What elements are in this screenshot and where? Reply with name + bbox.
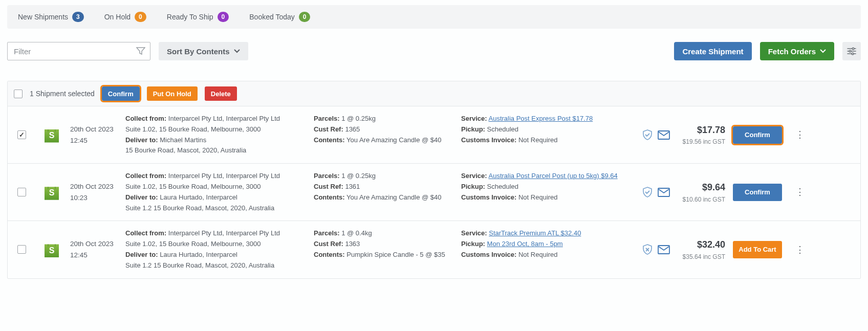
customs-value: Not Required — [518, 193, 558, 201]
price-value: $17.78 — [697, 123, 725, 138]
filter-icon[interactable] — [136, 47, 145, 55]
shield-check-icon[interactable] — [642, 187, 653, 198]
filter-wrap — [7, 42, 150, 60]
tab-count-badge: 0 — [299, 12, 311, 22]
more-menu-icon[interactable]: ⋮ — [790, 114, 810, 156]
bulk-delete-button[interactable]: Delete — [205, 86, 237, 101]
shopify-icon — [45, 185, 59, 200]
filter-input[interactable] — [7, 42, 150, 60]
parcels-label: Parcels: — [314, 172, 340, 180]
shipments-panel: 1 Shipment selected Confirm Put On Hold … — [7, 81, 861, 279]
service-link[interactable]: StarTrack Premium ATL $32.40 — [489, 229, 581, 237]
tab-label: New Shipments — [18, 13, 68, 21]
parcels-value: 1 @ 0.25kg — [341, 115, 376, 122]
shopify-icon — [45, 242, 59, 257]
confirm-button[interactable]: Confirm — [733, 184, 782, 201]
price-value: $9.64 — [702, 180, 725, 195]
deliver-to-value: Michael Martins — [160, 136, 206, 144]
select-all-checkbox[interactable] — [14, 90, 23, 98]
tab-count-badge: 0 — [218, 12, 229, 22]
row-checkbox[interactable] — [17, 245, 26, 254]
tab-booked-today[interactable]: Booked Today 0 — [242, 5, 318, 29]
collect-from-label: Collect from: — [125, 229, 166, 237]
email-icon[interactable] — [658, 188, 670, 197]
shipment-row: 20th Oct 202312:45Collect from: Interpar… — [8, 106, 860, 164]
tab-on-hold[interactable]: On Hold 0 — [97, 5, 154, 29]
service-column: Service: Australia Post Express Post $17… — [461, 114, 625, 156]
fetch-orders-button[interactable]: Fetch Orders — [760, 42, 834, 60]
parcels-label: Parcels: — [314, 229, 340, 237]
deliver-to-value: Laura Hurtado, Interparcel — [160, 193, 237, 201]
service-link[interactable]: Australia Post Express Post $17.78 — [489, 115, 593, 122]
cust-ref-value: 1365 — [345, 125, 360, 133]
order-time: 10:23 — [70, 192, 121, 204]
sort-by-contents-button[interactable]: Sort By Contents — [159, 42, 248, 60]
collect-from-address: Suite 1.02, 15 Bourke Road, Melbourne, 3… — [125, 124, 310, 135]
order-time: 12:45 — [70, 250, 121, 261]
shield-check-icon[interactable] — [642, 129, 653, 141]
email-icon[interactable] — [658, 245, 670, 254]
pickup-label: Pickup: — [461, 183, 485, 190]
contents-label: Contents: — [314, 193, 345, 201]
cust-ref-label: Cust Ref: — [314, 125, 343, 133]
deliver-to-address: Suite 1.2 15 Bourke Road, Mascot, 2020, … — [125, 203, 310, 214]
shipment-row: 20th Oct 202312:45Collect from: Interpar… — [8, 221, 860, 278]
deliver-to-label: Deliver to: — [125, 136, 158, 144]
sliders-icon — [847, 47, 856, 55]
collect-from-label: Collect from: — [125, 172, 166, 180]
settings-button[interactable] — [842, 42, 861, 60]
create-shipment-button[interactable]: Create Shipment — [674, 42, 751, 60]
add-to-cart-button[interactable]: Add To Cart — [733, 241, 782, 258]
service-link[interactable]: Australia Post Parcel Post (up to 5kg) $… — [489, 172, 618, 180]
chevron-down-icon — [234, 49, 240, 53]
customs-value: Not Required — [518, 136, 558, 144]
cust-ref-value: 1361 — [345, 183, 360, 190]
service-column: Service: StarTrack Premium ATL $32.40Pic… — [461, 228, 625, 271]
pickup-value: Scheduled — [487, 183, 518, 190]
deliver-to-value: Laura Hurtado, Interparcel — [160, 251, 237, 258]
tab-ready-to-ship[interactable]: Ready To Ship 0 — [159, 5, 237, 29]
row-checkbox[interactable] — [17, 188, 26, 196]
collect-from-label: Collect from: — [125, 115, 166, 122]
shipment-row: 20th Oct 202310:23Collect from: Interpar… — [8, 164, 860, 221]
parcel-column: Parcels: 1 @ 0.4kgCust Ref: 1363Contents… — [314, 228, 457, 271]
tab-label: Ready To Ship — [167, 13, 213, 21]
service-label: Service: — [461, 229, 487, 237]
contents-label: Contents: — [314, 136, 345, 144]
address-column: Collect from: Interparcel Pty Ltd, Inter… — [125, 171, 310, 213]
more-menu-icon[interactable]: ⋮ — [790, 228, 810, 271]
bulk-hold-button[interactable]: Put On Hold — [147, 86, 198, 101]
status-tabs: New Shipments 3 On Hold 0 Ready To Ship … — [7, 5, 861, 29]
email-icon[interactable] — [658, 130, 670, 140]
cust-ref-label: Cust Ref: — [314, 183, 343, 190]
tab-new-shipments[interactable]: New Shipments 3 — [10, 5, 92, 29]
collect-from-address: Suite 1.02, 15 Bourke Road, Melbourne, 3… — [125, 182, 310, 192]
parcels-value: 1 @ 0.4kg — [341, 229, 372, 237]
confirm-button[interactable]: Confirm — [733, 126, 782, 144]
contents-value: You Are Amazing Candle @ $40 — [346, 193, 441, 201]
deliver-to-address: 15 Bourke Road, Mascot, 2020, Australia — [125, 145, 310, 156]
shield-x-icon[interactable] — [642, 244, 653, 255]
order-time: 12:45 — [70, 135, 121, 146]
collect-from-value: Interparcel Pty Ltd, Interparcel Pty Ltd — [168, 229, 280, 237]
deliver-to-address: Suite 1.2 15 Bourke Road, Mascot, 2020, … — [125, 260, 310, 271]
pickup-link[interactable]: Mon 23rd Oct, 8am - 5pm — [487, 240, 563, 248]
bulk-confirm-button[interactable]: Confirm — [102, 86, 140, 101]
chevron-down-icon — [820, 49, 826, 53]
tab-label: On Hold — [104, 13, 131, 21]
parcels-value: 1 @ 0.25kg — [341, 172, 376, 180]
deliver-to-label: Deliver to: — [125, 251, 158, 258]
price-value: $32.40 — [697, 237, 725, 252]
order-date: 20th Oct 2023 — [70, 181, 121, 192]
contents-label: Contents: — [314, 251, 345, 258]
collect-from-value: Interparcel Pty Ltd, Interparcel Pty Ltd — [168, 172, 280, 180]
order-date: 20th Oct 2023 — [70, 238, 121, 250]
tab-count-badge: 3 — [72, 12, 84, 22]
pickup-label: Pickup: — [461, 240, 485, 248]
more-menu-icon[interactable]: ⋮ — [790, 171, 810, 213]
collect-from-address: Suite 1.02, 15 Bourke Road, Melbourne, 3… — [125, 239, 310, 250]
tab-label: Booked Today — [249, 13, 294, 21]
button-label: Create Shipment — [682, 47, 743, 56]
row-checkbox[interactable] — [17, 130, 26, 139]
price-inc-gst: $35.64 inc GST — [683, 252, 725, 262]
